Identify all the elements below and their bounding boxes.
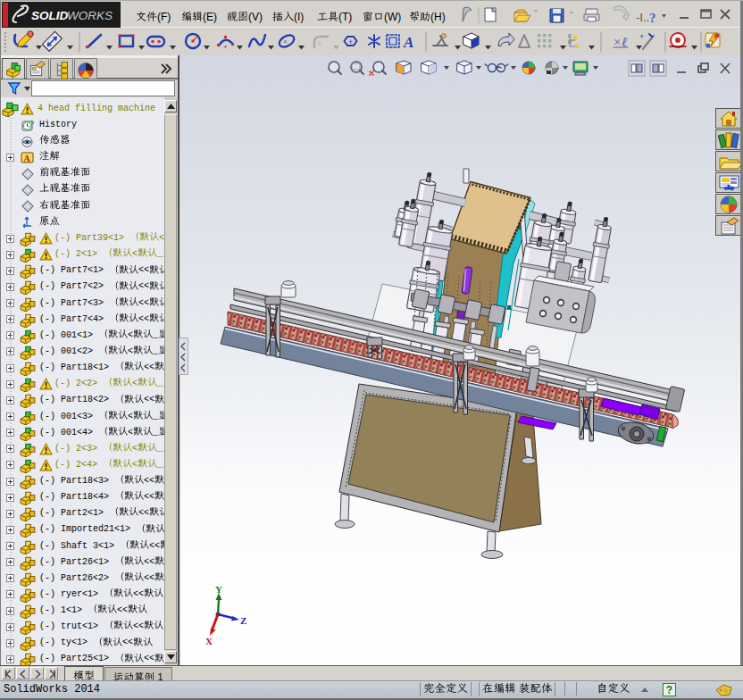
svg-text:+: +: [348, 38, 353, 46]
svg-text:SOLID: SOLID: [31, 9, 69, 22]
svg-text:Z: Z: [240, 615, 246, 626]
svg-text:WORKS: WORKS: [67, 9, 113, 22]
svg-text:+: +: [317, 39, 321, 48]
svg-text:×: ×: [283, 38, 288, 46]
svg-text:Y: Y: [215, 584, 222, 595]
svg-text:?: ?: [649, 11, 656, 25]
svg-text:-I..: -I..: [636, 11, 649, 24]
svg-text:+: +: [639, 32, 644, 41]
svg-text:X: X: [205, 636, 213, 646]
svg-text:+: +: [223, 43, 228, 51]
svg-text:A: A: [403, 34, 413, 51]
